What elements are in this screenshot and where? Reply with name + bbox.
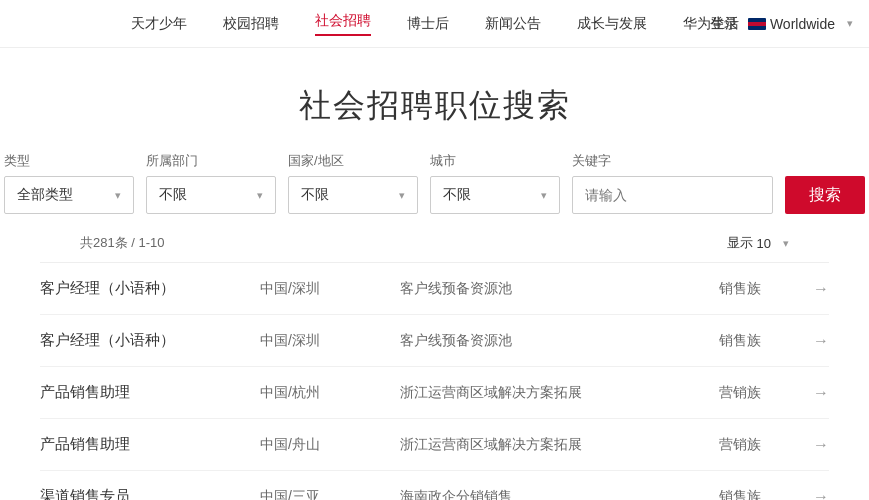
chevron-down-icon: ▾ — [541, 189, 547, 202]
filter-city-value: 不限 — [443, 186, 471, 204]
nav-items: 天才少年 校园招聘 社会招聘 博士后 新闻公告 成长与发展 华为生活 — [131, 12, 739, 36]
job-title: 产品销售助理 — [40, 435, 260, 454]
arrow-icon: → — [799, 280, 829, 298]
display-value: 10 — [757, 236, 771, 251]
nav-item-news[interactable]: 新闻公告 — [485, 15, 541, 33]
results-count: 共281条 / 1-10 — [80, 234, 165, 252]
display-selector[interactable]: 显示 10 ▾ — [727, 234, 789, 252]
filter-country-label: 国家/地区 — [288, 152, 418, 170]
results-header: 共281条 / 1-10 显示 10 ▾ — [40, 234, 829, 263]
job-location: 中国/杭州 — [260, 384, 400, 402]
filter-keyword: 关键字 — [572, 152, 773, 214]
filters-section: 类型 全部类型 ▾ 所属部门 不限 ▾ 国家/地区 不限 ▾ 城市 不限 ▾ 关… — [0, 152, 869, 234]
job-title: 客户经理（小语种） — [40, 279, 260, 298]
job-location: 中国/舟山 — [260, 436, 400, 454]
chevron-down-icon: ▾ — [783, 237, 789, 250]
job-row[interactable]: 客户经理（小语种） 中国/深圳 客户线预备资源池 销售族 → — [40, 263, 829, 315]
filter-city-select[interactable]: 不限 ▾ — [430, 176, 560, 214]
job-row[interactable]: 客户经理（小语种） 中国/深圳 客户线预备资源池 销售族 → — [40, 315, 829, 367]
arrow-icon: → — [799, 332, 829, 350]
nav-item-phd[interactable]: 博士后 — [407, 15, 449, 33]
nav-item-growth[interactable]: 成长与发展 — [577, 15, 647, 33]
job-category: 销售族 — [719, 332, 799, 350]
job-location: 中国/深圳 — [260, 280, 400, 298]
job-category: 销售族 — [719, 280, 799, 298]
region-selector[interactable]: Worldwide ▾ — [748, 16, 853, 32]
arrow-icon: → — [799, 488, 829, 501]
job-dept: 浙江运营商区域解决方案拓展 — [400, 436, 719, 454]
filter-city: 城市 不限 ▾ — [430, 152, 560, 214]
job-title: 渠道销售专员 — [40, 487, 260, 500]
search-button[interactable]: 搜索 — [785, 176, 865, 214]
filter-keyword-label: 关键字 — [572, 152, 773, 170]
arrow-icon: → — [799, 384, 829, 402]
job-row[interactable]: 产品销售助理 中国/舟山 浙江运营商区域解决方案拓展 营销族 → — [40, 419, 829, 471]
filter-country: 国家/地区 不限 ▾ — [288, 152, 418, 214]
filter-country-value: 不限 — [301, 186, 329, 204]
filter-dept-label: 所属部门 — [146, 152, 276, 170]
job-category: 营销族 — [719, 436, 799, 454]
navigation: 天才少年 校园招聘 社会招聘 博士后 新闻公告 成长与发展 华为生活 登录 Wo… — [0, 0, 869, 48]
chevron-down-icon: ▾ — [257, 189, 263, 202]
filter-type: 类型 全部类型 ▾ — [4, 152, 134, 214]
chevron-down-icon: ▾ — [399, 189, 405, 202]
job-row[interactable]: 产品销售助理 中国/杭州 浙江运营商区域解决方案拓展 营销族 → — [40, 367, 829, 419]
display-label: 显示 — [727, 234, 753, 252]
job-category: 营销族 — [719, 384, 799, 402]
job-dept: 浙江运营商区域解决方案拓展 — [400, 384, 719, 402]
nav-item-campus[interactable]: 校园招聘 — [223, 15, 279, 33]
job-list: 客户经理（小语种） 中国/深圳 客户线预备资源池 销售族 → 客户经理（小语种）… — [0, 263, 869, 500]
flag-icon — [748, 18, 766, 30]
login-button[interactable]: 登录 — [710, 15, 738, 33]
hero-section: 社会招聘职位搜索 — [0, 48, 869, 152]
nav-right: 登录 Worldwide ▾ — [710, 15, 853, 33]
keyword-input[interactable] — [572, 176, 773, 214]
filter-type-label: 类型 — [4, 152, 134, 170]
filter-dept-value: 不限 — [159, 186, 187, 204]
filter-dept-select[interactable]: 不限 ▾ — [146, 176, 276, 214]
job-title: 产品销售助理 — [40, 383, 260, 402]
job-location: 中国/深圳 — [260, 332, 400, 350]
region-label: Worldwide — [770, 16, 835, 32]
job-dept: 客户线预备资源池 — [400, 280, 719, 298]
nav-item-talent[interactable]: 天才少年 — [131, 15, 187, 33]
filter-type-select[interactable]: 全部类型 ▾ — [4, 176, 134, 214]
job-category: 销售族 — [719, 488, 799, 501]
job-dept: 客户线预备资源池 — [400, 332, 719, 350]
nav-item-social[interactable]: 社会招聘 — [315, 12, 371, 36]
job-dept: 海南政企分销销售 — [400, 488, 719, 501]
chevron-down-icon: ▾ — [847, 17, 853, 30]
chevron-down-icon: ▾ — [115, 189, 121, 202]
filter-city-label: 城市 — [430, 152, 560, 170]
job-row[interactable]: 渠道销售专员 中国/三亚 海南政企分销销售 销售族 → — [40, 471, 829, 500]
job-location: 中国/三亚 — [260, 488, 400, 501]
page-title: 社会招聘职位搜索 — [0, 84, 869, 128]
job-title: 客户经理（小语种） — [40, 331, 260, 350]
filter-country-select[interactable]: 不限 ▾ — [288, 176, 418, 214]
filter-type-value: 全部类型 — [17, 186, 73, 204]
arrow-icon: → — [799, 436, 829, 454]
filter-dept: 所属部门 不限 ▾ — [146, 152, 276, 214]
